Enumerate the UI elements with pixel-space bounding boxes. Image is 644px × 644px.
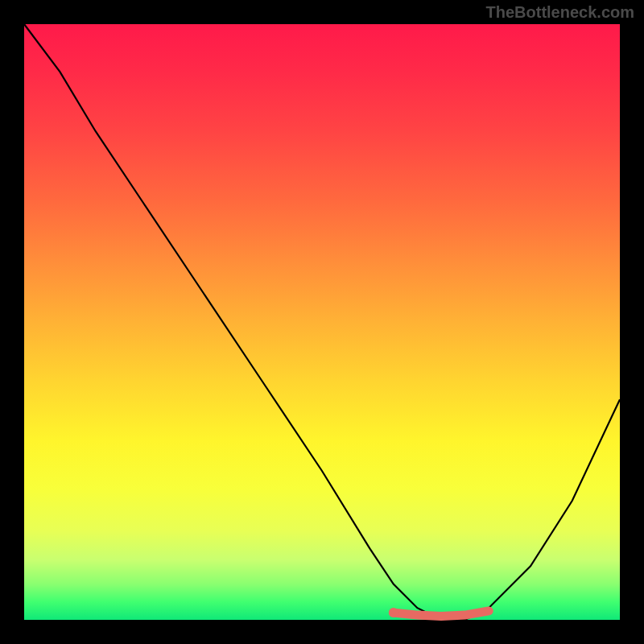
highlight-segment-path xyxy=(394,611,489,617)
chart-svg xyxy=(24,24,620,620)
plot-area xyxy=(24,24,620,620)
bottleneck-curve-path xyxy=(24,24,620,620)
watermark-text: TheBottleneck.com xyxy=(486,3,634,22)
highlight-start-dot xyxy=(389,608,398,617)
